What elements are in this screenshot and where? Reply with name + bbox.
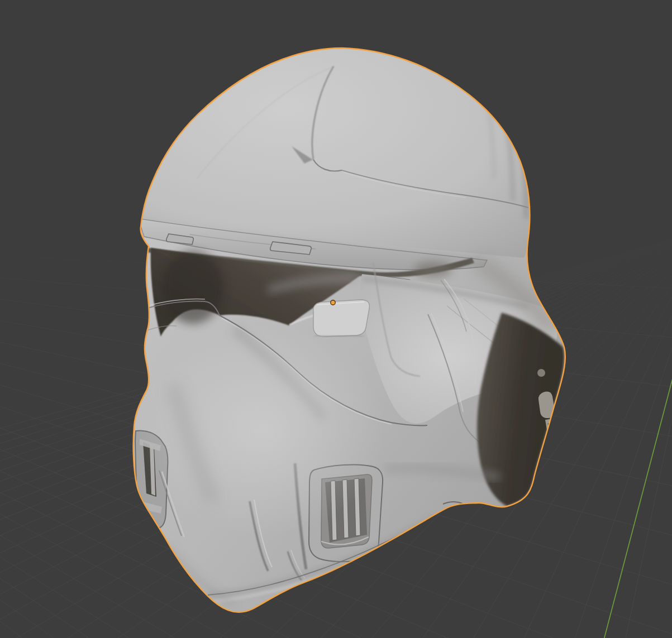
object-origin-point[interactable] [331, 300, 335, 305]
visor-corner-shadow [414, 262, 452, 277]
visor-core-shadow [162, 251, 223, 324]
eye-shelf [313, 300, 370, 337]
blender-3d-viewport[interactable] [0, 0, 672, 638]
viewport-canvas[interactable] [0, 0, 672, 638]
